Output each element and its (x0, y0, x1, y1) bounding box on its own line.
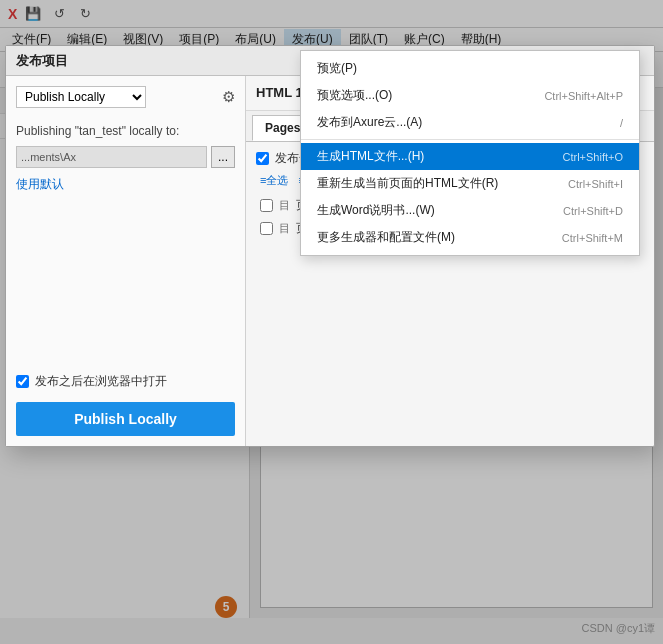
publish-browse-button[interactable]: ... (211, 146, 235, 168)
dropdown-preview[interactable]: 预览(P) (301, 55, 639, 82)
dropdown-separator-1 (301, 139, 639, 140)
open-browser-label: 发布之后在浏览器中打开 (35, 373, 167, 390)
dropdown-publish-cloud[interactable]: 发布到Axure云...(A) / (301, 109, 639, 136)
page-icon: 目 (279, 221, 290, 236)
open-browser-checkbox[interactable] (16, 375, 29, 388)
dropdown-preview-options[interactable]: 预览选项...(O) Ctrl+Shift+Alt+P (301, 82, 639, 109)
dropdown-more-gen[interactable]: 更多生成器和配置文件(M) Ctrl+Shift+M (301, 224, 639, 251)
open-browser-row: 发布之后在浏览器中打开 (16, 373, 235, 390)
publishing-label: Publishing "tan_test" locally to: (16, 124, 235, 138)
publish-path-row: ... (16, 146, 235, 168)
publish-dropdown: 预览(P) 预览选项...(O) Ctrl+Shift+Alt+P 发布到Axu… (300, 50, 640, 256)
publish-path-input[interactable] (16, 146, 207, 168)
page2-checkbox[interactable] (260, 222, 273, 235)
settings-icon[interactable]: ⚙ (222, 88, 235, 106)
page-icon: 目 (279, 198, 290, 213)
dropdown-gen-word[interactable]: 生成Word说明书...(W) Ctrl+Shift+D (301, 197, 639, 224)
dropdown-gen-html[interactable]: 生成HTML文件...(H) Ctrl+Shift+O (301, 143, 639, 170)
action-select-all[interactable]: ≡全选 (260, 173, 288, 188)
spacer (16, 201, 235, 365)
publish-locally-button[interactable]: Publish Locally (16, 402, 235, 436)
modal-left-header: Publish Locally ⚙ (16, 86, 235, 108)
dropdown-regen-html[interactable]: 重新生成当前页面的HTML文件(R) Ctrl+Shift+I (301, 170, 639, 197)
modal-title: 发布项目 (16, 52, 68, 70)
modal-left-panel: Publish Locally ⚙ Publishing "tan_test" … (6, 76, 246, 446)
publish-all-checkbox[interactable] (256, 152, 269, 165)
publish-type-select[interactable]: Publish Locally (16, 86, 146, 108)
use-default-link[interactable]: 使用默认 (16, 176, 235, 193)
page1-checkbox[interactable] (260, 199, 273, 212)
